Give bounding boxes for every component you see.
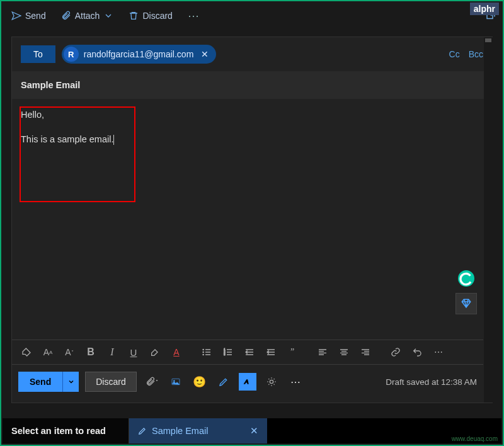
chevron-down-icon bbox=[67, 378, 75, 386]
more-top-icon[interactable]: ⋯ bbox=[184, 6, 203, 25]
reading-pane-tab[interactable]: Select an item to read bbox=[3, 418, 129, 443]
link-icon[interactable] bbox=[386, 343, 405, 362]
close-tab-icon[interactable]: ✕ bbox=[250, 426, 258, 436]
svg-point-2 bbox=[203, 352, 203, 352]
body-line-1: Hello, bbox=[21, 108, 483, 122]
bcc-button[interactable]: Bcc bbox=[469, 49, 483, 59]
font-size-increase-icon[interactable]: AA bbox=[38, 343, 57, 362]
scrollbar[interactable] bbox=[484, 37, 493, 403]
attach-label: Attach bbox=[75, 11, 100, 21]
recipient-chip[interactable]: R randolfgarcia11@gmail.com ✕ bbox=[62, 45, 217, 64]
recipient-email: randolfgarcia11@gmail.com bbox=[84, 49, 194, 59]
format-toolbar: AA A˅ B I U A 123 ” ⋯ bbox=[12, 340, 483, 365]
more-send-icon[interactable]: ⋯ bbox=[287, 373, 304, 391]
number-list-icon[interactable]: 123 bbox=[219, 343, 238, 362]
bold-button[interactable]: B bbox=[81, 343, 100, 362]
recipient-avatar: R bbox=[64, 47, 79, 62]
body-line-2: This is a sample email. bbox=[21, 134, 113, 144]
font-color-icon[interactable]: A bbox=[167, 343, 186, 362]
svg-point-8 bbox=[173, 380, 175, 382]
remove-recipient-icon[interactable]: ✕ bbox=[198, 49, 211, 59]
grammarly-icon[interactable] bbox=[458, 270, 474, 287]
compose-pane: To R randolfgarcia11@gmail.com ✕ Cc Bcc … bbox=[11, 37, 493, 403]
format-painter-icon[interactable] bbox=[17, 343, 36, 362]
text-cursor bbox=[113, 135, 114, 145]
attach-action[interactable]: Attach bbox=[57, 8, 118, 23]
app-window: alphr Send Attach Discard ⋯ To R randolf… bbox=[0, 0, 504, 446]
underline-button[interactable]: U bbox=[124, 343, 143, 362]
font-size-decrease-icon[interactable]: A˅ bbox=[60, 343, 79, 362]
send-split-button: Send bbox=[18, 372, 79, 392]
recipients-row: To R randolfgarcia11@gmail.com ✕ Cc Bcc bbox=[12, 37, 492, 71]
body-editor[interactable]: Hello, This is a sample email. bbox=[12, 99, 492, 166]
svg-point-10 bbox=[270, 380, 273, 383]
send-icon bbox=[11, 11, 21, 21]
svg-text:A: A bbox=[244, 379, 248, 385]
emoji-icon[interactable]: 🙂 bbox=[191, 373, 209, 391]
send-options-dropdown[interactable] bbox=[62, 372, 79, 392]
formatting-toggle-icon[interactable]: A bbox=[239, 373, 256, 391]
compose-toolbar: Send Attach Discard ⋯ bbox=[1, 1, 503, 30]
premium-diamond-icon[interactable] bbox=[455, 293, 477, 314]
align-center-icon[interactable] bbox=[335, 343, 353, 362]
discard-label: Discard bbox=[142, 11, 172, 21]
undo-icon[interactable] bbox=[408, 343, 427, 362]
trash-icon bbox=[129, 11, 139, 21]
quote-icon[interactable]: ” bbox=[283, 343, 302, 362]
send-button[interactable]: Send bbox=[18, 372, 62, 392]
highlight-icon[interactable] bbox=[146, 343, 164, 362]
brightness-icon[interactable] bbox=[263, 373, 280, 391]
draft-tab[interactable]: Sample Email ✕ bbox=[129, 418, 267, 443]
insert-image-icon[interactable] bbox=[167, 373, 185, 391]
alphr-watermark: alphr bbox=[470, 3, 499, 15]
cc-button[interactable]: Cc bbox=[449, 49, 460, 59]
indent-icon[interactable] bbox=[261, 343, 280, 362]
discard-button[interactable]: Discard bbox=[85, 372, 136, 392]
bullet-list-icon[interactable] bbox=[197, 343, 216, 362]
attach-inline-icon[interactable]: ˅ bbox=[143, 373, 161, 391]
reading-pane-label: Select an item to read bbox=[11, 426, 106, 436]
outdent-icon[interactable] bbox=[240, 343, 259, 362]
draft-tab-label: Sample Email bbox=[152, 426, 208, 436]
subject-input[interactable]: Sample Email bbox=[12, 71, 492, 99]
attach-icon bbox=[61, 11, 71, 21]
to-button[interactable]: To bbox=[21, 45, 55, 63]
edit-icon bbox=[138, 426, 147, 435]
svg-text:3: 3 bbox=[224, 353, 226, 356]
chevron-down-icon bbox=[103, 11, 113, 21]
send-label: Send bbox=[25, 11, 46, 21]
discard-action[interactable]: Discard bbox=[125, 8, 176, 23]
italic-button[interactable]: I bbox=[103, 343, 122, 362]
send-bar: Send Discard ˅ 🙂 A ⋯ Draft saved at 12:3… bbox=[12, 369, 483, 395]
align-left-icon[interactable] bbox=[313, 343, 332, 362]
align-right-icon[interactable] bbox=[356, 343, 375, 362]
site-watermark: www.deuaq.com bbox=[452, 435, 498, 442]
bottom-tab-bar: Select an item to read Sample Email ✕ bbox=[3, 418, 501, 443]
send-action[interactable]: Send bbox=[8, 8, 50, 23]
svg-point-1 bbox=[203, 349, 203, 350]
svg-point-3 bbox=[203, 354, 203, 355]
signature-pen-icon[interactable] bbox=[215, 373, 232, 391]
more-format-icon[interactable]: ⋯ bbox=[429, 343, 448, 362]
draft-saved-status: Draft saved at 12:38 AM bbox=[386, 377, 477, 387]
